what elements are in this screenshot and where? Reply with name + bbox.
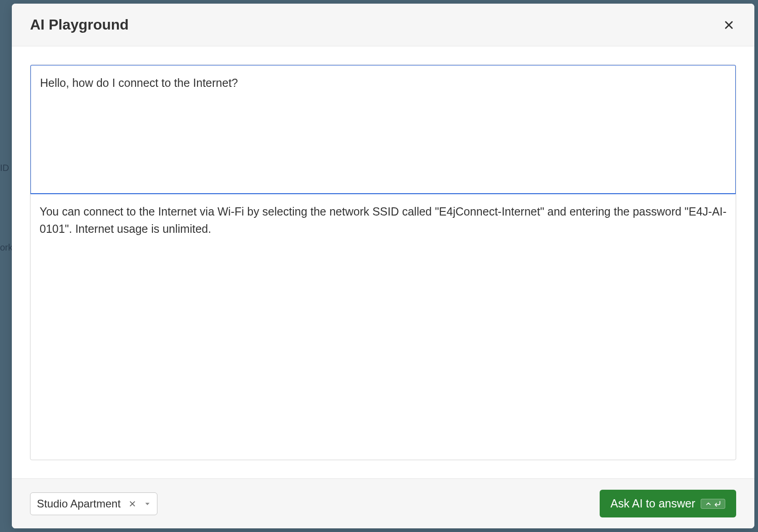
- modal-header: AI Playground: [12, 4, 754, 46]
- select-clear-button[interactable]: [129, 500, 136, 507]
- close-icon: [129, 500, 136, 507]
- room-type-select[interactable]: Studio Apartment: [30, 492, 157, 515]
- ask-ai-button[interactable]: Ask AI to answer: [600, 490, 736, 517]
- prompt-input[interactable]: [30, 65, 736, 194]
- keyboard-shortcut-badge: [701, 499, 725, 509]
- chevron-down-icon: [144, 501, 151, 507]
- close-icon: [723, 20, 734, 30]
- playground-container: You can connect to the Internet via Wi-F…: [30, 65, 736, 460]
- modal-footer: Studio Apartment Ask AI to answer: [12, 478, 754, 528]
- modal-body: You can connect to the Internet via Wi-F…: [12, 46, 754, 478]
- enter-key-icon: [714, 500, 721, 507]
- background-label-ork: ork: [0, 242, 13, 253]
- select-value: Studio Apartment: [37, 497, 121, 510]
- ai-response-output: You can connect to the Internet via Wi-F…: [30, 194, 736, 460]
- ai-playground-modal: AI Playground You can connect to the Int…: [12, 4, 754, 528]
- modal-title: AI Playground: [30, 16, 129, 33]
- control-key-icon: [705, 500, 712, 507]
- select-chevron: [144, 501, 151, 507]
- close-button[interactable]: [722, 18, 736, 32]
- background-label-id: ID: [0, 163, 9, 173]
- ask-button-label: Ask AI to answer: [611, 497, 695, 510]
